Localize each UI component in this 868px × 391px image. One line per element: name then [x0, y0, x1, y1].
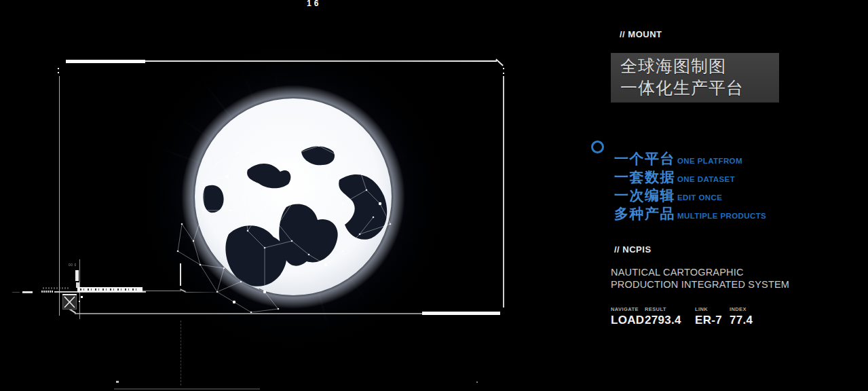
- stat-result: RESULT 2793.4: [645, 306, 695, 327]
- platform-title-line1: 全球海图制图: [620, 55, 779, 77]
- x-marker-icon: [62, 295, 77, 310]
- ncpis-section-label: // NCPIS: [614, 244, 652, 255]
- frame-left-line: [59, 76, 60, 316]
- frame-dot: [58, 72, 59, 73]
- stat-link: LINK ER-7: [695, 306, 730, 327]
- system-subtitle-line2: PRODUCTION INTEGRATED SYSTEM: [611, 278, 789, 291]
- hud-dash: [22, 291, 33, 293]
- stat-value: 2793.4: [645, 314, 695, 327]
- hud-microtext-strip: [43, 287, 69, 289]
- system-subtitle-line1: NAUTICAL CARTOGRAPHIC: [611, 266, 789, 278]
- feature-item-one-platform: 一个平台 ONE PLATFROM: [614, 149, 766, 168]
- stat-label: LINK: [695, 306, 730, 312]
- hud-readout-microtext: [80, 288, 137, 291]
- stat-value: LOAD: [611, 314, 645, 327]
- bottom-edge-line: [114, 388, 260, 390]
- hud-vertical-tick: [180, 263, 181, 286]
- frame-top-thick-bar: [66, 60, 145, 63]
- hud-dot-row: [41, 291, 54, 293]
- feature-item-multiple-products: 多种产品 MULTIPLE PRODUCTS: [614, 204, 766, 223]
- feature-zh-label: 一个平台: [614, 149, 675, 168]
- frame-bottom-line: [75, 313, 422, 314]
- frame-bottom-thick-bar: [422, 312, 500, 315]
- feature-en-label: MULTIPLE PRODUCTS: [677, 212, 766, 220]
- feature-en-label: ONE DATASET: [677, 175, 735, 183]
- mount-section-label: // MOUNT: [620, 29, 662, 39]
- hud-extension-line: [143, 291, 181, 291]
- hud-fading-line: [185, 292, 225, 293]
- page-number: 16: [307, 0, 321, 8]
- frame-right-line: [503, 76, 504, 308]
- stat-label: NAVIGATE: [611, 306, 645, 312]
- frame-dot: [503, 68, 504, 69]
- feature-en-label: EDIT ONCE: [677, 193, 722, 202]
- hud-tick-rect: [75, 270, 79, 281]
- hud-micro-label: 00 0: [69, 263, 77, 267]
- stat-index: INDEX 77.4: [730, 306, 753, 327]
- feature-zh-label: 多种产品: [614, 204, 675, 223]
- status-readout-row: NAVIGATE LOAD RESULT 2793.4 LINK ER-7 IN…: [611, 306, 753, 327]
- feature-list: 一个平台 ONE PLATFROM 一套数据 ONE DATASET 一次编辑 …: [614, 149, 766, 223]
- frame-dot: [503, 73, 504, 74]
- stat-value: 77.4: [730, 314, 753, 327]
- hud-dashed-vertical: [181, 320, 181, 386]
- globe-network-graphic: [134, 37, 453, 356]
- hud-dot: [79, 301, 80, 302]
- presentation-screen: 16 00 0: [0, 0, 868, 391]
- bottom-edge-dot: [116, 381, 119, 383]
- platform-title-line2: 一体化生产平台: [620, 77, 779, 98]
- x-marker-top-accent: [62, 294, 77, 295]
- frame-dot: [58, 68, 59, 69]
- circle-outline-icon: [591, 141, 604, 153]
- feature-zh-label: 一套数据: [614, 168, 675, 187]
- feature-item-one-dataset: 一套数据 ONE DATASET: [614, 168, 766, 186]
- hud-dash: [12, 292, 20, 293]
- feature-zh-label: 一次编辑: [614, 186, 675, 205]
- hud-dot: [81, 296, 83, 298]
- platform-title-box: 全球海图制图 一体化生产平台: [611, 53, 779, 103]
- stat-label: RESULT: [645, 306, 695, 312]
- bottom-edge-dot: [476, 381, 478, 383]
- stat-value: ER-7: [695, 314, 730, 327]
- stat-label: INDEX: [730, 306, 753, 312]
- frame-corner-chamfer: [495, 59, 504, 67]
- feature-en-label: ONE PLATFROM: [677, 157, 742, 165]
- hud-readout-bar: [77, 287, 143, 292]
- stat-navigate: NAVIGATE LOAD: [611, 306, 645, 327]
- hud-dot: [78, 291, 79, 293]
- system-subtitle: NAUTICAL CARTOGRAPHIC PRODUCTION INTEGRA…: [611, 266, 789, 291]
- frame-top-line: [145, 60, 497, 62]
- feature-item-edit-once: 一次编辑 EDIT ONCE: [614, 186, 766, 204]
